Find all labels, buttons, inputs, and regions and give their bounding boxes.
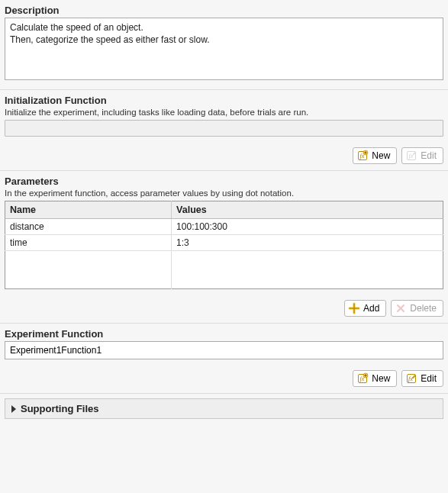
param-name-cell[interactable]: time	[5, 235, 172, 251]
exp-fn-edit-button[interactable]: fx Edit	[401, 370, 443, 387]
svg-text:fx: fx	[409, 153, 414, 160]
supporting-files-header[interactable]: Supporting Files	[5, 398, 443, 419]
param-values-cell[interactable]: 1:3	[172, 235, 443, 251]
exp-fn-field[interactable]	[5, 341, 443, 359]
init-fn-field[interactable]	[5, 120, 443, 137]
param-add-button[interactable]: Add	[344, 300, 386, 317]
param-add-label: Add	[363, 303, 379, 314]
parameters-help: In the experiment function, access param…	[5, 188, 443, 198]
new-function-icon: fx	[356, 150, 369, 162]
parameters-section: Parameters In the experiment function, a…	[0, 171, 448, 295]
init-fn-section: Initialization Function Initialize the e…	[0, 90, 448, 143]
parameters-table[interactable]: Name Values distance 100:100:300 time 1:…	[5, 201, 443, 289]
exp-fn-new-button[interactable]: fx New	[353, 370, 397, 387]
param-values-cell[interactable]: 100:100:300	[172, 219, 443, 235]
init-fn-edit-button: fx Edit	[401, 147, 443, 164]
chevron-right-icon	[11, 405, 16, 413]
param-delete-label: Delete	[410, 303, 437, 314]
exp-fn-buttons: fx New fx Edit	[0, 366, 448, 390]
plus-icon	[348, 302, 360, 314]
table-row[interactable]: distance 100:100:300	[5, 219, 443, 235]
exp-fn-section: Experiment Function	[0, 324, 448, 366]
init-fn-edit-label: Edit	[421, 150, 437, 161]
init-fn-help: Initialize the experiment, including tas…	[5, 108, 443, 117]
param-col-name: Name	[5, 201, 172, 219]
description-title: Description	[5, 3, 443, 16]
table-row[interactable]: time 1:3	[5, 235, 443, 251]
init-fn-new-button[interactable]: fx New	[353, 147, 397, 164]
param-col-values: Values	[172, 201, 443, 219]
parameters-title: Parameters	[5, 174, 443, 187]
svg-text:fx: fx	[408, 375, 413, 382]
supporting-files-title: Supporting Files	[21, 403, 99, 414]
exp-fn-edit-label: Edit	[421, 373, 437, 384]
init-fn-buttons: fx New fx Edit	[0, 143, 448, 167]
new-function-icon: fx	[356, 372, 369, 385]
description-textarea[interactable]: Calculate the speed of an object. Then, …	[5, 18, 443, 80]
edit-function-icon: fx	[405, 372, 417, 385]
table-filler	[5, 251, 443, 289]
delete-icon	[395, 302, 407, 314]
divider	[0, 393, 448, 394]
exp-fn-title: Experiment Function	[5, 327, 443, 340]
param-name-cell[interactable]: distance	[5, 219, 172, 235]
param-delete-button: Delete	[391, 300, 443, 317]
description-section: Description Calculate the speed of an ob…	[0, 0, 448, 86]
init-fn-title: Initialization Function	[5, 93, 443, 106]
init-fn-new-label: New	[372, 150, 390, 161]
parameters-buttons: Add Delete	[0, 295, 448, 320]
edit-function-icon: fx	[405, 150, 417, 162]
exp-fn-new-label: New	[372, 373, 390, 384]
